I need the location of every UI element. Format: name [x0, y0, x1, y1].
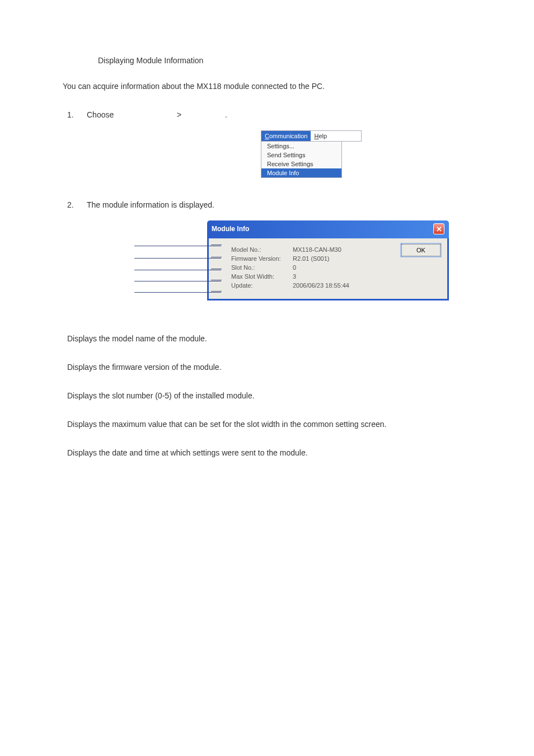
label-slot: Slot No.: [231, 264, 293, 271]
label-model-no: Model No.: [231, 246, 293, 253]
menu-bar: Communication Help [261, 130, 362, 142]
label-firmware: Firmware Version: [231, 255, 293, 262]
step-1: 1. Choose > . [67, 110, 500, 119]
desc-maxwidth: Displays the maximum value that can be s… [67, 420, 500, 429]
step-number: 2. [67, 200, 87, 209]
dialog-titlebar: Module Info ✕ [207, 220, 449, 238]
dialog-body: OK Model No.: MX118-CAN-M30 Firmware Ver… [207, 238, 449, 300]
label-maxwidth: Max Slot Width: [231, 273, 293, 280]
desc-slot: Displays the slot number (0-5) of the in… [67, 391, 500, 400]
step1-suffix: . [225, 110, 227, 119]
step-text: Choose > . [87, 110, 500, 119]
label-update: Update: [231, 282, 293, 289]
value-maxwidth: 3 [293, 273, 441, 280]
dialog-row-update: Update: 2006/06/23 18:55:44 [231, 282, 441, 289]
step1-prefix: Choose [87, 110, 114, 119]
dialog-title: Module Info [212, 225, 249, 233]
menu-screenshot: Communication Help Settings... Send Sett… [261, 130, 362, 178]
menu-help[interactable]: Help [311, 131, 330, 141]
menu-help-rest: elp [318, 133, 327, 139]
desc-firmware: Displays the firmware version of the mod… [67, 363, 500, 372]
step-number: 1. [67, 110, 87, 119]
step1-separator: > [177, 110, 181, 119]
intro-text: You can acquire information about the MX… [63, 82, 500, 91]
menu-communication[interactable]: Communication [261, 131, 311, 141]
dialog-row-slot: Slot No.: 0 [231, 264, 441, 271]
menu-comm-rest: ommunication [269, 133, 307, 139]
step-text: The module information is displayed. [87, 200, 500, 209]
value-slot: 0 [293, 264, 441, 271]
value-update: 2006/06/23 18:55:44 [293, 282, 441, 289]
menu-item-settings[interactable]: Settings... [261, 142, 341, 151]
menu-item-module-info[interactable]: Module Info [261, 168, 341, 177]
menu-dropdown: Settings... Send Settings Receive Settin… [261, 142, 342, 178]
close-icon: ✕ [436, 226, 442, 233]
ok-button[interactable]: OK [401, 244, 441, 256]
desc-update: Displays the date and time at which sett… [67, 448, 500, 457]
menu-item-send-settings[interactable]: Send Settings [261, 151, 341, 159]
dialog-row-maxwidth: Max Slot Width: 3 [231, 273, 441, 280]
step-2: 2. The module information is displayed. [67, 200, 500, 209]
menu-item-receive-settings[interactable]: Receive Settings [261, 159, 341, 168]
desc-model: Displays the model name of the module. [67, 334, 500, 343]
section-title: Displaying Module Information [98, 56, 500, 65]
dialog-screenshot: Module Info ✕ OK Model No.: MX118-CAN-M3… [207, 220, 449, 300]
close-button[interactable]: ✕ [433, 223, 444, 234]
